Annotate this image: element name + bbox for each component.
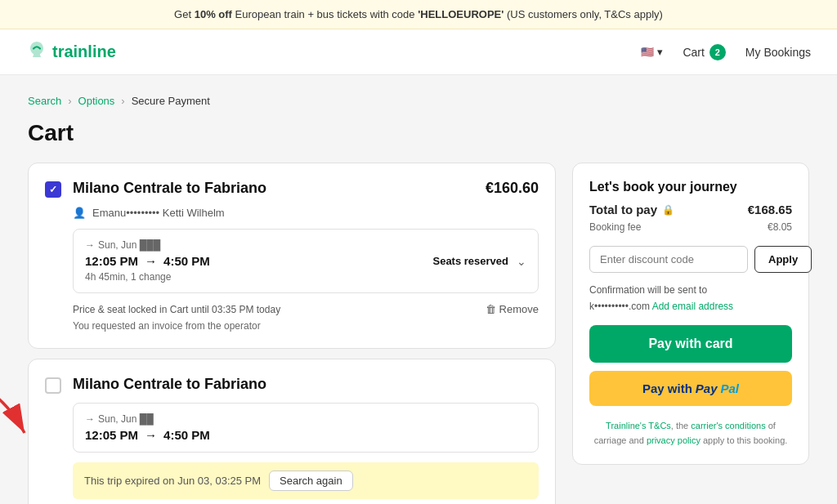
breadcrumb-sep-2: › (121, 95, 124, 107)
cart-count-badge: 2 (709, 44, 726, 60)
confirmation-label: Confirmation will be sent to (589, 284, 792, 296)
booking-summary: Let's book your journey Total to pay 🔒 €… (572, 163, 809, 465)
paypal-blue-text: Pay (696, 381, 718, 395)
logo: trainline (26, 39, 641, 65)
person-icon: 👤 (73, 207, 86, 219)
card-1-passengers: 👤 Emanu••••••••• Ketti Wilhelm (73, 207, 539, 219)
total-amount: €168.65 (748, 203, 792, 216)
card-2-times: 12:05 PM → 4:50 PM (85, 428, 210, 442)
page-title: Cart (28, 120, 809, 146)
card-1-remove-button[interactable]: 🗑 Remove (486, 303, 539, 315)
main-content: Search › Options › Secure Payment Cart M… (2, 75, 835, 504)
cart-label: Cart (683, 46, 704, 59)
breadcrumb-options[interactable]: Options (78, 95, 115, 107)
card-1-passenger-names: Emanu••••••••• Ketti Wilhelm (92, 207, 225, 219)
card-2-trip-left: → Sun, Jun ██ 12:05 PM → 4:50 PM (85, 413, 210, 442)
expired-message: This trip expired on Jun 03, 03:25 PM (84, 475, 261, 487)
language-selector[interactable]: 🇺🇸 ▾ (641, 46, 663, 58)
card-1-route: Milano Centrale to Fabriano (73, 180, 266, 197)
discount-code-input[interactable] (589, 246, 748, 273)
booking-fee-row: Booking fee €8.05 (589, 221, 792, 233)
layout: Milano Centrale to Fabriano €160.60 👤 Em… (28, 163, 809, 504)
card-1-times: 12:05 PM → 4:50 PM (85, 254, 210, 268)
add-email-link[interactable]: Add email address (652, 301, 733, 312)
paypal-light-text: Pal (721, 381, 740, 395)
card-1-trip-left: → Sun, Jun ███ 12:05 PM → 4:50 PM 4h 45m… (85, 239, 210, 283)
breadcrumb: Search › Options › Secure Payment (28, 95, 809, 107)
my-bookings-button[interactable]: My Bookings (745, 46, 811, 59)
trash-icon: 🗑 (486, 303, 496, 315)
chevron-down-icon: ▾ (657, 46, 663, 58)
card-1-price-lock: Price & seat locked in Cart until 03:35 … (73, 304, 280, 315)
total-label: Total to pay 🔒 (589, 203, 674, 216)
total-row: Total to pay 🔒 €168.65 (589, 203, 792, 216)
nav-right: 🇺🇸 ▾ Cart 2 My Bookings (641, 44, 811, 60)
lock-icon: 🔒 (662, 204, 674, 216)
apply-discount-button[interactable]: Apply (754, 246, 812, 273)
red-arrow (0, 376, 37, 449)
card-1-trip-right: Seats reserved ⌄ (432, 255, 526, 268)
terms-conditions-link[interactable]: Trainline's T&Cs (606, 421, 671, 430)
confirmation-email: k••••••••••.com (589, 301, 650, 312)
navbar: trainline 🇺🇸 ▾ Cart 2 My Bookings (0, 29, 837, 75)
card-2-trip-row: → Sun, Jun ██ 12:05 PM → 4:50 PM (73, 403, 539, 453)
promo-highlight: 10% off (195, 8, 232, 20)
promo-code: 'HELLOEUROPE' (418, 8, 504, 20)
terms-row: Trainline's T&Cs, the carrier's conditio… (589, 419, 792, 448)
trip-arrow-1: → (145, 254, 157, 268)
summary-title: Let's book your journey (589, 180, 792, 194)
cart-item-2-checkbox[interactable] (45, 377, 61, 394)
arrow-right-icon: → (85, 239, 95, 251)
card-1-invoice: You requested an invoice from the operat… (73, 320, 539, 332)
flag-icon: 🇺🇸 (641, 46, 654, 58)
cart-item-1-checkbox[interactable] (45, 181, 61, 198)
privacy-policy-link[interactable]: privacy policy (647, 435, 700, 445)
pay-with-paypal-button[interactable]: Pay with PayPal (589, 371, 792, 406)
breadcrumb-current: Secure Payment (132, 95, 210, 107)
trainline-logo-icon (26, 39, 47, 65)
card-2-header: Milano Centrale to Fabriano (73, 376, 539, 393)
email-row: k••••••••••.com Add email address (589, 301, 792, 312)
trip-arrow-2: → (145, 428, 157, 442)
checkbox-col-2 (45, 376, 61, 504)
cart-button[interactable]: Cart 2 (683, 44, 725, 60)
promo-banner: Get 10% off European train + bus tickets… (0, 0, 837, 29)
cart-items: Milano Centrale to Fabriano €160.60 👤 Em… (28, 163, 556, 504)
carrier-conditions-link[interactable]: carrier's conditions (691, 421, 765, 430)
breadcrumb-search[interactable]: Search (28, 95, 61, 107)
breadcrumb-sep-1: › (68, 95, 71, 107)
card-1-body: Milano Centrale to Fabriano €160.60 👤 Em… (73, 180, 539, 332)
card-1-trip-row: → Sun, Jun ███ 12:05 PM → 4:50 PM 4h 45m… (73, 229, 539, 293)
card-1-price: €160.60 (486, 180, 539, 197)
arrow-right-icon-2: → (85, 413, 95, 425)
card-1-expand-icon[interactable]: ⌄ (517, 255, 526, 268)
card-1-date: → Sun, Jun ███ (85, 239, 210, 251)
pay-with-card-button[interactable]: Pay with card (589, 325, 792, 363)
card-1-info-row: Price & seat locked in Cart until 03:35 … (73, 303, 539, 315)
booking-fee-label: Booking fee (589, 221, 641, 233)
card-2-route: Milano Centrale to Fabriano (73, 376, 266, 393)
expired-banner: This trip expired on Jun 03, 03:25 PM Se… (73, 462, 539, 499)
cart-card-2: Milano Centrale to Fabriano → Sun, Jun █… (28, 359, 556, 504)
card-1-seats: Seats reserved (432, 255, 508, 267)
checkbox-col-1 (45, 180, 61, 332)
paypal-pre-text: Pay with (642, 381, 692, 395)
cart-card-1: Milano Centrale to Fabriano €160.60 👤 Em… (28, 163, 556, 349)
card-1-header: Milano Centrale to Fabriano €160.60 (73, 180, 539, 197)
search-again-button[interactable]: Search again (269, 471, 353, 491)
card-1-duration: 4h 45min, 1 change (85, 271, 210, 283)
card-2-date: → Sun, Jun ██ (85, 413, 210, 425)
booking-fee-amount: €8.05 (768, 221, 792, 233)
logo-text: trainline (52, 42, 116, 61)
card-2-body: Milano Centrale to Fabriano → Sun, Jun █… (73, 376, 539, 504)
discount-row: Apply (589, 246, 792, 273)
